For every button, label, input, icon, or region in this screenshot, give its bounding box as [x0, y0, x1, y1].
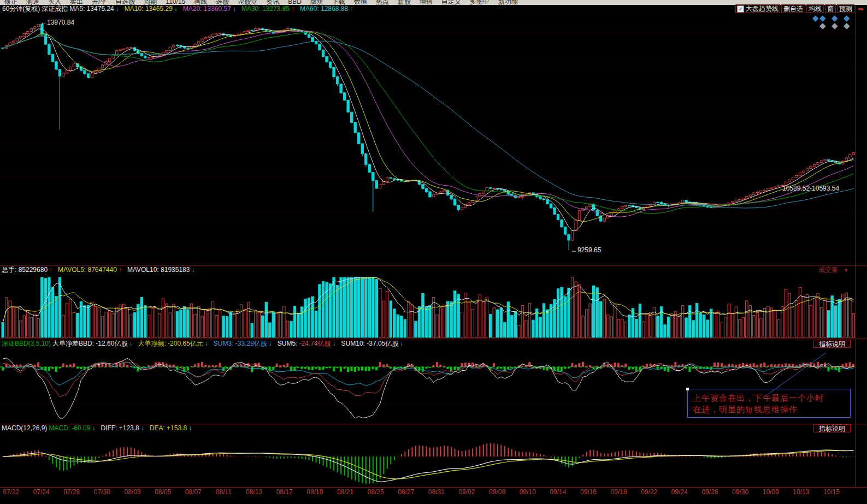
date-tick-label: 08/07 [185, 488, 202, 496]
forecast-button[interactable]: 预测 [837, 4, 854, 13]
date-tick-label: 08/31 [428, 488, 445, 496]
trend-arrow-icon: ↑ [49, 266, 52, 274]
date-tick-label: 08/11 [216, 488, 232, 496]
toolbar-item[interactable]: 下载 [332, 0, 345, 5]
date-tick-label: 08/05 [155, 488, 171, 496]
indicator-value: MA5: 13475.24 [69, 5, 114, 13]
macd-indicator-readout: MACD(12,26,9)MACD: -60.09↓DIFF: +123.8↓D… [2, 424, 865, 432]
toolbar-item[interactable]: 修正 [4, 0, 17, 5]
trend-arrow-icon: ↓ [205, 340, 208, 347]
toolbar-item[interactable]: 选股 [216, 0, 229, 5]
annotation-note-line2: 在进，明显的短线思维操作 [693, 404, 849, 415]
trend-arrow-icon: ↓ [116, 5, 119, 13]
ma-settings-button[interactable]: 均线 [806, 4, 824, 13]
date-tick-label: 09/08 [489, 488, 505, 496]
indicator-value: SUM5: [278, 340, 298, 347]
trend-arrow-icon: ↓ [333, 340, 336, 347]
volume-indicator-readout: 总手: 85229680↑MAVOL5: 87647440↑MAVOL10: 8… [2, 266, 865, 274]
toolbar-item[interactable]: 新功能 [498, 0, 518, 5]
gap-range-label: 10589.52-10593.54 [782, 185, 839, 192]
toolbar-item[interactable]: 资讯 [266, 0, 279, 5]
indicator-value: 大单净差BBD: -12.60亿股 [52, 340, 127, 347]
indicator-value: MA20: 13360.57 [183, 5, 231, 13]
trend-arrow-icon: ↓ [400, 340, 403, 347]
indicator-value: MA10: 13465.29 [125, 5, 173, 13]
bbd-indicator-readout: 深证BBD(3,5,10)大单净差BBD: -12.60亿股↓大单净额: -20… [2, 340, 865, 348]
date-tick-label: 10/09 [763, 488, 779, 496]
left-arrow-icon: ← [40, 19, 47, 26]
indicator-value: 深证BBD(3,5,10) [2, 340, 51, 347]
indicator-value: MACD(12,26,9) [2, 424, 47, 432]
trend-arrow-icon: ↓ [174, 5, 178, 13]
date-tick-label: 08/03 [125, 488, 141, 496]
toolbar-item[interactable]: 周期 [144, 0, 157, 5]
volume-type-dropdown[interactable]: 成交量▼ [818, 266, 848, 275]
date-tick-label: 09/24 [671, 488, 688, 496]
indicator-value: -24.74亿股 [299, 340, 331, 347]
toolbar-item[interactable]: 买入 [48, 0, 61, 5]
bbd-panel-header: 深证BBD(3,5,10)大单净差BBD: -12.60亿股↓大单净额: -20… [2, 340, 865, 348]
date-tick-label: 09/16 [580, 488, 597, 496]
date-tick-label: 07/24 [33, 488, 50, 496]
trend-arrow-icon: ↓ [269, 340, 272, 347]
toolbar-item[interactable]: 数据 [354, 0, 367, 5]
indicator-value: MAVOL10: 81935183 [127, 266, 190, 274]
next-page-icon[interactable]: ➡ [858, 5, 864, 13]
trend-line-label: 大盘趋势线 [746, 4, 778, 14]
macd-indicator-help-button[interactable]: 指标说明 [813, 424, 851, 432]
indicator-value: 大单净额: -200.65亿元 [138, 340, 203, 347]
indicator-value: SUM3: -33.28亿股 [214, 340, 267, 347]
indicator-value: SUM10: -37.05亿股 [341, 340, 399, 347]
drag-handle[interactable] [686, 388, 689, 390]
trend-arrow-icon: ↓ [92, 424, 95, 432]
diamond-icon: ◆ [831, 22, 838, 29]
indicator-value: 60分钟(复权) [2, 5, 40, 13]
left-arrow-icon: ← [571, 246, 577, 254]
toolbar-item[interactable]: 110/15 [166, 0, 185, 5]
toolbar-item[interactable]: 自选股 [115, 0, 135, 5]
indicator-value: DEA: +153.8 [150, 424, 187, 432]
toolbar-item[interactable]: 版块 [310, 0, 323, 5]
trend-line-toggle[interactable]: ✓ 大盘趋势线 [735, 4, 780, 13]
macd-panel [3, 443, 853, 484]
toolbar-item[interactable]: 新股 [398, 0, 411, 5]
date-tick-label: 08/21 [337, 488, 353, 496]
toolbar-item[interactable]: 测速 [26, 0, 39, 5]
diamond-icon: ◆ [844, 22, 850, 29]
date-tick-label: 08/27 [398, 488, 414, 496]
indicator-value: MACD: -60.09 [49, 424, 90, 432]
trend-arrow-icon: ↓ [233, 5, 236, 13]
date-tick-label: 09/10 [520, 488, 536, 496]
annotation-note[interactable]: 上午资金在出，下午最后一个小时 在进，明显的短线思维操作 [687, 389, 851, 418]
toolbar-item[interactable]: 自定义 [441, 0, 461, 5]
toolbar-item[interactable]: 论股堂 [238, 0, 257, 5]
toolbar-item[interactable]: 卖出 [70, 0, 83, 5]
checkbox-checked-icon[interactable]: ✓ [737, 5, 744, 13]
date-tick-label: 10/13 [793, 488, 809, 496]
date-tick-label: 09/02 [458, 488, 475, 496]
toolbar-item[interactable]: 热点 [376, 0, 389, 5]
trend-arrow-icon: ↓ [129, 340, 132, 347]
toolbar-item[interactable]: 开/平 [92, 0, 107, 5]
volume-panel [2, 277, 854, 337]
trough-price-label: ←9259.65 [571, 246, 601, 254]
date-tick-label: 08/17 [276, 488, 293, 496]
kline-panel [2, 24, 854, 250]
date-axis: 07/2207/2407/2807/3008/0308/0508/0708/11… [0, 488, 867, 499]
toolbar-item[interactable]: 画线 [194, 0, 207, 5]
window-button[interactable]: 窗 [825, 4, 836, 13]
toolbar-item[interactable]: BBD [288, 0, 302, 5]
toolbar-item[interactable]: 增值 [420, 0, 433, 5]
kline-header: 60分钟(复权)深证成指MA5: 13475.24↓MA10: 13465.29… [2, 5, 865, 13]
date-tick-label: 09/22 [641, 488, 657, 496]
delete-watchlist-button[interactable]: 删自选 [781, 4, 805, 13]
date-tick-label: 08/13 [246, 488, 262, 496]
bbd-indicator-help-button[interactable]: 指标说明 [813, 340, 851, 348]
indicator-value: 深证成指 [42, 5, 68, 13]
diamond-icon: ◆ [819, 22, 826, 29]
indicator-value: 总手: 85229680 [2, 266, 48, 274]
toolbar-item[interactable]: 多图中 [470, 0, 489, 5]
date-tick-label: 09/30 [732, 488, 748, 496]
trend-arrow-icon: ↑ [119, 266, 122, 274]
date-tick-label: 07/30 [94, 488, 110, 496]
